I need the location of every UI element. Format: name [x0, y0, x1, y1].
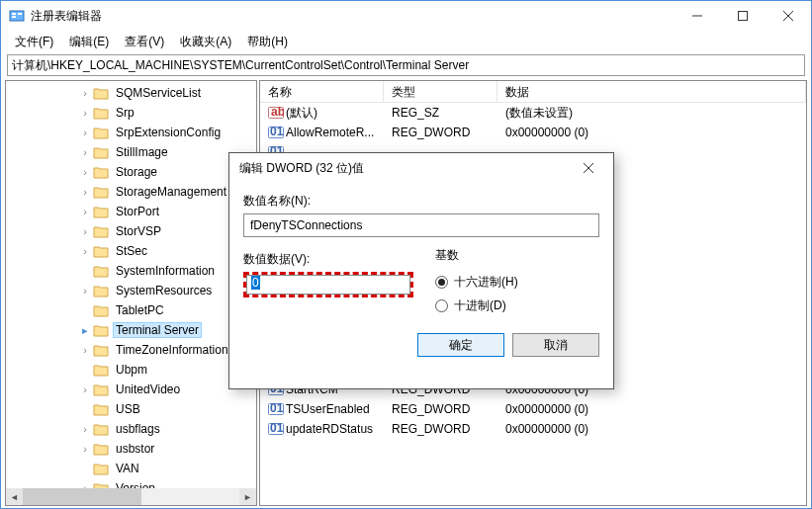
close-button[interactable]: [766, 1, 811, 31]
expand-icon[interactable]: ›: [79, 443, 91, 455]
radix-label: 基数: [435, 247, 518, 264]
radix-dec-label: 十进制(D): [454, 297, 506, 314]
window-title: 注册表编辑器: [31, 8, 675, 25]
ok-button[interactable]: 确定: [417, 333, 504, 357]
expand-icon[interactable]: ›: [79, 87, 91, 99]
list-row[interactable]: 011TSUserEnabledREG_DWORD0x00000000 (0): [260, 399, 806, 419]
minimize-button[interactable]: [675, 1, 720, 31]
value-data-input[interactable]: 0: [246, 275, 410, 295]
tree-item-label: TimeZoneInformation: [113, 342, 231, 358]
col-header-name[interactable]: 名称: [260, 81, 384, 102]
expand-icon[interactable]: ›: [79, 107, 91, 119]
menu-view[interactable]: 查看(V): [119, 32, 170, 52]
svg-rect-3: [18, 13, 22, 15]
menu-help[interactable]: 帮助(H): [241, 32, 294, 52]
tree-item-label: StillImage: [113, 144, 171, 160]
tree-item[interactable]: ›Srp: [6, 103, 256, 123]
expand-icon[interactable]: ›: [79, 127, 91, 138]
scroll-right-button[interactable]: ►: [239, 488, 256, 505]
menu-file[interactable]: 文件(F): [9, 32, 59, 52]
expand-icon[interactable]: ▸: [79, 324, 91, 337]
scroll-left-button[interactable]: ◄: [6, 488, 23, 505]
value-data: 0x00000000 (0): [497, 126, 806, 139]
svg-text:011: 011: [270, 126, 284, 138]
radix-hex-radio[interactable]: 十六进制(H): [435, 270, 518, 294]
expand-icon[interactable]: ›: [79, 344, 91, 356]
tree-item[interactable]: TabletPC: [6, 300, 256, 320]
address-bar[interactable]: 计算机\HKEY_LOCAL_MACHINE\SYSTEM\CurrentCon…: [7, 54, 805, 76]
value-type: REG_DWORD: [384, 126, 497, 139]
tree-item[interactable]: ›SQMServiceList: [6, 83, 256, 103]
tree-item[interactable]: ›StSec: [6, 241, 256, 261]
tree-item[interactable]: VAN: [6, 459, 256, 478]
tree-item[interactable]: ›StorVSP: [6, 221, 256, 241]
tree-item-label: SystemResources: [113, 283, 215, 298]
tree-item-label: Srp: [113, 105, 137, 121]
value-name: AllowRemoteR...: [286, 126, 374, 139]
radix-hex-label: 十六进制(H): [454, 274, 518, 291]
expand-icon[interactable]: ›: [79, 225, 91, 237]
value-type: REG_DWORD: [384, 402, 497, 416]
tree-item-label: Terminal Server: [113, 322, 202, 338]
svg-rect-2: [12, 16, 16, 18]
expand-icon[interactable]: ›: [79, 186, 91, 198]
tree-item[interactable]: ›StillImage: [6, 142, 256, 162]
expand-icon[interactable]: ›: [79, 383, 91, 395]
radix-dec-radio[interactable]: 十进制(D): [435, 294, 518, 317]
tree-item-label: SystemInformation: [113, 263, 218, 279]
dialog-close-button[interactable]: [574, 153, 603, 183]
value-name-label: 数值名称(N):: [243, 193, 599, 210]
svg-text:ab: ab: [271, 106, 284, 119]
maximize-button[interactable]: [720, 1, 766, 31]
tree-item-label: StorPort: [113, 204, 162, 219]
tree-item[interactable]: ›SystemResources: [6, 281, 256, 300]
tree-item[interactable]: ›usbstor: [6, 439, 256, 459]
expand-icon[interactable]: ›: [79, 206, 91, 217]
value-data: (数值未设置): [497, 105, 806, 122]
tree-item-label: usbflags: [113, 421, 163, 437]
tree-item[interactable]: ›SrpExtensionConfig: [6, 123, 256, 142]
tree-item-label: SrpExtensionConfig: [113, 125, 224, 140]
expand-icon[interactable]: ›: [79, 146, 91, 158]
tree-item[interactable]: USB: [6, 399, 256, 419]
svg-rect-5: [739, 12, 748, 21]
tree-item[interactable]: ›StorPort: [6, 202, 256, 221]
value-data-highlight: 0: [243, 272, 413, 297]
tree-hscrollbar[interactable]: ◄ ►: [6, 488, 256, 505]
expand-icon[interactable]: ›: [79, 166, 91, 178]
tree-item[interactable]: ›TimeZoneInformation: [6, 340, 256, 360]
tree-pane[interactable]: ›SQMServiceList›Srp›SrpExtensionConfig›S…: [5, 80, 257, 506]
tree-item[interactable]: ›usbflags: [6, 419, 256, 439]
tree-item-label: usbstor: [113, 441, 157, 457]
list-row[interactable]: 011updateRDStatusREG_DWORD0x00000000 (0): [260, 419, 806, 439]
value-name: (默认): [286, 105, 317, 122]
expand-icon[interactable]: ›: [79, 285, 91, 297]
value-type: REG_DWORD: [384, 422, 497, 436]
list-row[interactable]: ab(默认)REG_SZ(数值未设置): [260, 103, 806, 123]
list-header: 名称 类型 数据: [260, 81, 806, 103]
value-name-input[interactable]: [243, 213, 599, 237]
col-header-data[interactable]: 数据: [497, 81, 806, 102]
expand-icon[interactable]: ›: [79, 423, 91, 435]
menu-bar: 文件(F) 编辑(E) 查看(V) 收藏夹(A) 帮助(H): [1, 31, 811, 52]
dialog-title: 编辑 DWORD (32 位)值: [239, 160, 574, 177]
cancel-button[interactable]: 取消: [512, 333, 599, 357]
menu-favorites[interactable]: 收藏夹(A): [174, 32, 237, 52]
value-data: 0x00000000 (0): [497, 402, 806, 416]
menu-edit[interactable]: 编辑(E): [63, 32, 115, 52]
tree-item[interactable]: ›StorageManagement: [6, 182, 256, 202]
tree-item[interactable]: ›UnitedVideo: [6, 380, 256, 399]
tree-item[interactable]: Ubpm: [6, 360, 256, 380]
tree-item-label: StSec: [113, 243, 150, 259]
expand-icon[interactable]: ›: [79, 245, 91, 257]
svg-text:011: 011: [270, 422, 284, 435]
value-data-label: 数值数据(V):: [243, 251, 411, 268]
col-header-type[interactable]: 类型: [384, 81, 497, 102]
tree-item[interactable]: SystemInformation: [6, 261, 256, 281]
scroll-thumb[interactable]: [23, 488, 141, 505]
tree-item[interactable]: ›Storage: [6, 162, 256, 182]
tree-item-label: UnitedVideo: [113, 382, 183, 397]
value-name: updateRDStatus: [286, 422, 373, 436]
tree-item[interactable]: ▸Terminal Server: [6, 320, 256, 340]
list-row[interactable]: 011AllowRemoteR...REG_DWORD0x00000000 (0…: [260, 123, 806, 142]
